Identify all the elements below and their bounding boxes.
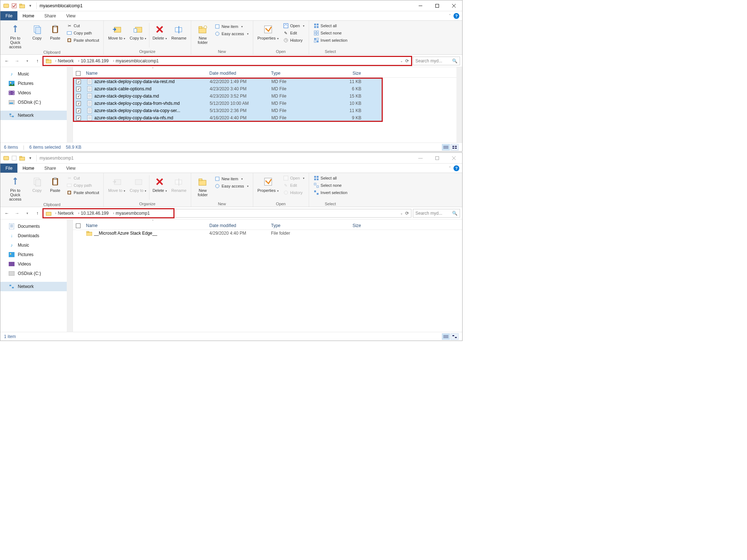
row-checkbox[interactable]	[76, 94, 81, 99]
row-checkbox[interactable]	[76, 108, 81, 113]
tab-file[interactable]: File	[0, 11, 17, 20]
table-row[interactable]: azure-stack-deploy-copy-data-via-rest.md…	[73, 78, 382, 85]
search-input[interactable]: Search myd... 🔍	[413, 209, 460, 218]
properties-button[interactable]: Properties▾	[255, 174, 281, 194]
new-folder-button[interactable]: New folder	[193, 21, 212, 45]
nav-item-documents[interactable]: Documents	[0, 222, 73, 231]
rename-button[interactable]: Rename	[169, 21, 189, 41]
tab-home[interactable]: Home	[17, 11, 39, 20]
select-none-button[interactable]: Select none	[312, 182, 349, 189]
history-button[interactable]: History	[282, 37, 306, 44]
tab-home[interactable]: Home	[17, 164, 39, 173]
properties-button[interactable]: Properties▾	[255, 21, 281, 41]
move-to-button[interactable]: Move to▾	[106, 21, 127, 41]
column-headers[interactable]: Name Date modified Type Size	[73, 222, 462, 230]
cut-button[interactable]: ✂ Cut	[65, 22, 100, 29]
recent-locations-button[interactable]: ▾	[23, 57, 32, 65]
collapse-ribbon-icon[interactable]: ˇ	[449, 166, 451, 170]
paste-button[interactable]: Paste	[46, 174, 64, 193]
forward-button[interactable]: →	[13, 209, 21, 218]
nav-item-videos[interactable]: Videos	[0, 88, 73, 98]
column-size[interactable]: Size	[329, 223, 365, 228]
breadcrumb-segment[interactable]: ›myasesmbcomp1	[111, 209, 152, 217]
invert-selection-button[interactable]: Invert selection	[312, 37, 349, 44]
column-date-modified[interactable]: Date modified	[209, 223, 271, 228]
new-folder-button[interactable]: New folder	[193, 174, 212, 198]
up-button[interactable]: ↑	[33, 209, 42, 218]
address-bar[interactable]: ›Network ›10.128.46.199 ›myasesmbcomp1	[43, 209, 174, 218]
minimize-button[interactable]: —	[412, 153, 429, 164]
help-icon[interactable]: ?	[453, 165, 459, 171]
open-button[interactable]: Open▾	[282, 22, 306, 29]
delete-button[interactable]: Delete▾	[150, 174, 169, 194]
table-row[interactable]: azure-stack-deploy-copy-data-via-copy-se…	[73, 107, 382, 114]
edit-button[interactable]: ✎ Edit	[282, 29, 306, 37]
nav-item-downloads[interactable]: ↓Downloads	[0, 231, 73, 240]
table-row[interactable]: azure-stack-deploy-copy-data.md4/23/2020…	[73, 92, 382, 100]
recent-locations-button[interactable]: ▾	[23, 209, 32, 218]
view-details-button[interactable]	[442, 144, 450, 151]
column-type[interactable]: Type	[271, 71, 329, 76]
tab-view[interactable]: View	[61, 11, 81, 20]
row-checkbox[interactable]	[76, 87, 81, 91]
qat-checkbox-icon[interactable]	[11, 155, 17, 161]
close-button[interactable]	[446, 0, 462, 11]
pin-to-quick-access-button[interactable]: Pin to Quick access	[3, 174, 28, 202]
view-details-button[interactable]	[442, 333, 450, 340]
search-input[interactable]: Search myd... 🔍	[413, 57, 460, 65]
back-button[interactable]: ←	[3, 57, 11, 65]
back-button[interactable]: ←	[3, 209, 11, 218]
address-dropdown-icon[interactable]: ⌄	[400, 211, 403, 215]
copy-to-button[interactable]: Copy to▾	[127, 21, 148, 41]
select-all-button[interactable]: Select all	[312, 174, 349, 182]
copy-button[interactable]: Copy	[28, 21, 46, 41]
help-icon[interactable]: ?	[453, 13, 459, 19]
table-row[interactable]: azure-stack-deploy-copy-data-from-vhds.m…	[73, 100, 382, 107]
collapse-ribbon-icon[interactable]: ˇ	[449, 14, 451, 18]
minimize-button[interactable]	[412, 0, 429, 11]
column-name[interactable]: Name	[86, 71, 209, 76]
nav-item-network[interactable]: Network	[0, 282, 73, 291]
navigation-pane[interactable]: Documents ↓Downloads ♪Music Pictures Vid…	[0, 219, 73, 332]
nav-item-osdisk[interactable]: OSDisk (C:)	[0, 98, 73, 107]
row-checkbox[interactable]	[76, 79, 81, 84]
close-button[interactable]	[446, 153, 462, 164]
refresh-icon[interactable]: ⟳	[405, 211, 409, 216]
column-date-modified[interactable]: Date modified	[209, 71, 271, 76]
select-all-checkbox[interactable]	[76, 223, 81, 228]
refresh-icon[interactable]: ⟳	[405, 58, 409, 63]
invert-selection-button[interactable]: Invert selection	[312, 189, 349, 196]
nav-scrollbar[interactable]	[67, 219, 73, 332]
delete-button[interactable]: Delete▾	[150, 21, 169, 41]
paste-button[interactable]: Paste	[46, 21, 64, 41]
select-none-button[interactable]: Select none	[312, 29, 349, 37]
up-button[interactable]: ↑	[33, 57, 42, 65]
nav-item-music[interactable]: ♪Music	[0, 69, 73, 79]
table-row[interactable]: __Microsoft Azure Stack Edge__4/29/2020 …	[73, 230, 462, 236]
new-item-button[interactable]: New item▾	[213, 175, 250, 182]
nav-scrollbar[interactable]	[67, 67, 73, 143]
column-type[interactable]: Type	[271, 223, 329, 228]
column-name[interactable]: Name	[86, 223, 209, 228]
select-all-button[interactable]: Select all	[312, 22, 349, 29]
address-dropdown-icon[interactable]: ⌄	[400, 59, 403, 63]
copy-path-button[interactable]: Copy path	[65, 29, 100, 37]
breadcrumb-segment[interactable]: ›Network	[53, 57, 76, 65]
list-scrollbar[interactable]	[456, 67, 462, 143]
column-headers[interactable]: Name Date modified Type Size	[73, 69, 462, 78]
breadcrumb-segment[interactable]: ›10.128.46.199	[76, 209, 111, 217]
breadcrumb-segment[interactable]: ›Network	[53, 209, 76, 217]
nav-item-osdisk[interactable]: OSDisk (C:)	[0, 269, 73, 278]
tab-file[interactable]: File	[0, 164, 17, 173]
paste-shortcut-button[interactable]: Paste shortcut	[65, 189, 100, 196]
easy-access-button[interactable]: Easy access▾	[213, 182, 250, 190]
qat-folder-icon[interactable]	[19, 155, 25, 161]
breadcrumb-segment[interactable]: ›10.128.46.199	[76, 57, 111, 65]
forward-button[interactable]: →	[13, 57, 21, 65]
pin-to-quick-access-button[interactable]: Pin to Quick access	[3, 21, 28, 50]
nav-item-pictures[interactable]: Pictures	[0, 250, 73, 259]
table-row[interactable]: azure-stack-cable-options.md4/23/2020 3:…	[73, 85, 382, 92]
row-checkbox[interactable]	[76, 116, 81, 120]
navigation-pane[interactable]: ♪Music Pictures Videos OSDisk (C:) Netwo…	[0, 67, 73, 143]
paste-shortcut-button[interactable]: Paste shortcut	[65, 37, 100, 44]
